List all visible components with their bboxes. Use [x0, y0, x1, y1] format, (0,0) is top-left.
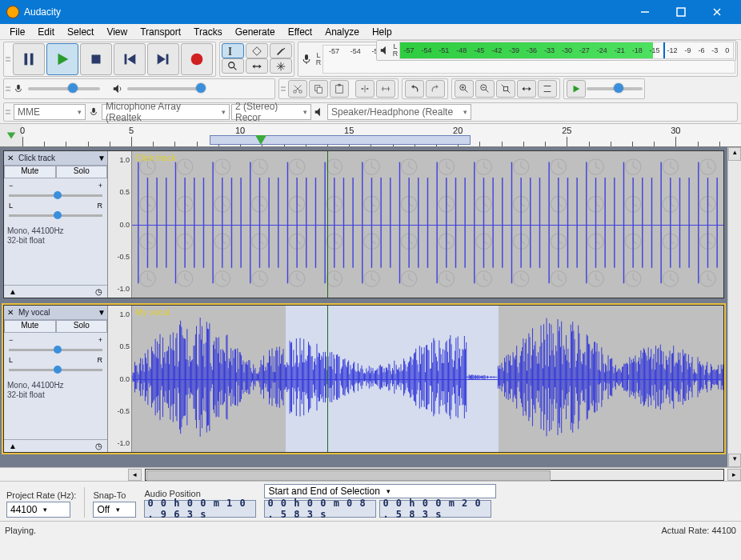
close-button[interactable]	[699, 0, 735, 24]
selection-tool[interactable]	[222, 43, 244, 58]
mute-button[interactable]: Mute	[4, 320, 56, 333]
menu-effect[interactable]: Effect	[282, 25, 318, 39]
zoom-toggle-button[interactable]	[538, 80, 557, 98]
stop-button[interactable]	[80, 43, 112, 75]
copy-button[interactable]	[309, 80, 328, 98]
play-meter-channel-labels: LR	[391, 43, 399, 58]
menu-edit[interactable]: Edit	[31, 25, 61, 39]
project-rate-combo[interactable]: 44100	[6, 502, 70, 518]
skip-start-button[interactable]	[114, 43, 146, 75]
mic-icon[interactable]	[300, 53, 313, 66]
menu-tracks[interactable]: Tracks	[187, 25, 229, 39]
mic-icon	[12, 82, 25, 95]
track-clock-icon[interactable]: ◷	[95, 287, 102, 296]
gain-slider[interactable]	[9, 194, 102, 197]
fit-selection-button[interactable]	[496, 80, 515, 98]
scroll-right-button[interactable]: ▸	[727, 469, 741, 481]
menu-help[interactable]: Help	[366, 25, 399, 39]
menu-generate[interactable]: Generate	[229, 25, 282, 39]
zoom-out-button[interactable]	[475, 80, 495, 98]
snap-to-combo[interactable]: Off	[93, 502, 136, 518]
scroll-down-button[interactable]: ▾	[728, 454, 741, 467]
zoom-tool[interactable]	[222, 58, 244, 74]
pause-button[interactable]	[13, 43, 45, 75]
playback-volume-slider[interactable]	[127, 87, 199, 90]
vertical-scrollbar[interactable]: ▴ ▾	[727, 147, 741, 467]
track-menu-button[interactable]: ▼	[96, 154, 107, 162]
fit-project-button[interactable]	[517, 80, 536, 98]
recording-volume-slider[interactable]	[28, 87, 100, 90]
redo-button[interactable]	[426, 80, 445, 98]
silence-button[interactable]	[376, 80, 395, 98]
track-control-panel[interactable]: ✕ My vocal ▼ Mute Solo −+ LR Mono, 44100…	[4, 306, 108, 452]
waveform-my-vocal[interactable]: My vocal	[132, 306, 723, 452]
menu-analyze[interactable]: Analyze	[318, 25, 366, 39]
collapse-button[interactable]: ▲	[9, 442, 17, 450]
toolbar-grip[interactable]	[281, 81, 286, 97]
svg-rect-4	[25, 54, 28, 66]
vertical-scale[interactable]: 1.0 0.5 0.0 -0.5 -1.0	[108, 151, 132, 298]
undo-toolbar	[402, 78, 448, 99]
menu-file[interactable]: File	[3, 25, 31, 39]
pan-r-label: R	[98, 202, 103, 210]
envelope-tool[interactable]	[246, 43, 268, 58]
track-clock-icon[interactable]: ◷	[95, 442, 102, 450]
scroll-up-button[interactable]: ▴	[728, 147, 741, 161]
toolbar-grip[interactable]	[6, 105, 10, 119]
toolbar-grip[interactable]	[6, 81, 10, 97]
play-at-speed-button[interactable]	[567, 80, 586, 98]
undo-button[interactable]	[405, 80, 424, 98]
pan-slider[interactable]	[9, 214, 102, 217]
audio-position-input[interactable]: 0 0 h 0 0 m 1 0 . 9 6 3 s	[144, 500, 256, 518]
track-close-button[interactable]: ✕	[4, 308, 17, 317]
recording-channels-combo[interactable]: 2 (Stereo) Recor	[231, 104, 311, 120]
selection-start-input[interactable]: 0 0 h 0 0 m 0 8 . 5 8 3 s	[264, 500, 376, 518]
draw-tool[interactable]	[270, 43, 292, 58]
menu-select[interactable]: Select	[61, 25, 100, 39]
scrollbar-track[interactable]	[145, 469, 724, 481]
maximize-button[interactable]	[663, 0, 699, 24]
pinned-play-head-button[interactable]	[0, 124, 22, 146]
gain-slider[interactable]	[9, 349, 102, 351]
track-menu-button[interactable]: ▼	[96, 308, 107, 317]
cut-button[interactable]	[288, 80, 307, 98]
playback-device-combo[interactable]: Speaker/Headphone (Realte	[327, 104, 471, 120]
paste-button[interactable]	[330, 80, 349, 98]
selection-end-input[interactable]: 0 0 h 0 0 m 2 0 . 5 8 3 s	[379, 500, 491, 518]
status-bar: Playing. Actual Rate: 44100	[0, 521, 741, 538]
waveform-click-track[interactable]: Click track	[132, 151, 723, 298]
waveform-svg	[132, 151, 723, 295]
record-button[interactable]	[181, 43, 213, 75]
mic-icon	[87, 106, 100, 118]
track-name[interactable]: My vocal	[17, 308, 96, 317]
timeline-ruler[interactable]: 051015202530	[22, 124, 741, 146]
recording-device-combo[interactable]: Microphone Array (Realtek	[102, 104, 230, 120]
track-control-panel[interactable]: ✕ Click track ▼ Mute Solo −+ LR Mono, 44…	[4, 151, 108, 298]
audio-host-combo[interactable]: MME	[14, 104, 86, 120]
vertical-scale[interactable]: 1.0 0.5 0.0 -0.5 -1.0	[108, 306, 132, 452]
scroll-left-button[interactable]: ◂	[128, 469, 142, 481]
selection-type-combo[interactable]: Start and End of Selection	[264, 484, 496, 498]
menu-transport[interactable]: Transport	[134, 25, 187, 39]
zoom-in-button[interactable]	[455, 80, 474, 98]
menu-view[interactable]: View	[100, 25, 134, 39]
play-button[interactable]	[46, 43, 78, 75]
multi-tool[interactable]	[270, 58, 292, 74]
collapse-button[interactable]: ▲	[9, 287, 17, 296]
skip-end-button[interactable]	[147, 43, 179, 75]
scrollbar-thumb[interactable]	[146, 470, 551, 481]
solo-button[interactable]: Solo	[56, 320, 108, 333]
minimize-button[interactable]	[627, 0, 663, 24]
track-name[interactable]: Click track	[17, 154, 96, 162]
pan-slider[interactable]	[9, 369, 102, 371]
playback-meter[interactable]: -57-54-51-48-45-42-39-36-33-30-27-24-21-…	[399, 42, 734, 59]
trim-button[interactable]	[355, 80, 375, 98]
track-close-button[interactable]: ✕	[4, 154, 17, 162]
toolbar-grip[interactable]	[6, 44, 10, 74]
playback-speed-slider[interactable]	[587, 87, 643, 90]
horizontal-scrollbar[interactable]: ◂ ▸	[0, 467, 741, 481]
timeshift-tool[interactable]	[246, 58, 268, 74]
solo-button[interactable]: Solo	[56, 166, 108, 178]
speaker-icon[interactable]	[379, 44, 391, 57]
mute-button[interactable]: Mute	[4, 166, 56, 178]
